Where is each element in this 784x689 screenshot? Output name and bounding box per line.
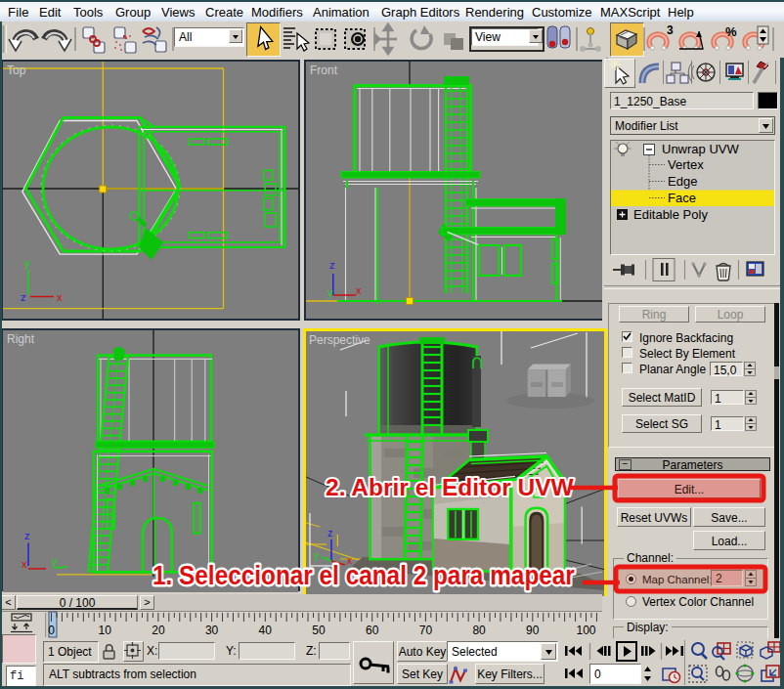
svg-text:Vertex: Vertex xyxy=(668,157,704,172)
svg-text:Editable Poly: Editable Poly xyxy=(633,207,708,222)
svg-text:z: z xyxy=(21,291,26,303)
svg-text:Unwrap UVW: Unwrap UVW xyxy=(662,142,739,156)
svg-text:x: x xyxy=(356,284,362,296)
svg-text:100: 100 xyxy=(576,624,595,637)
svg-text:60: 60 xyxy=(366,624,379,637)
svg-text:Top: Top xyxy=(7,64,26,77)
svg-text:3: 3 xyxy=(667,23,674,37)
svg-text:10: 10 xyxy=(99,624,112,637)
svg-text:Face: Face xyxy=(668,191,696,205)
svg-text:y: y xyxy=(314,550,319,561)
svg-text:%: % xyxy=(725,24,737,39)
svg-text:z: z xyxy=(329,259,335,271)
svg-text:70: 70 xyxy=(419,624,433,637)
svg-text:50: 50 xyxy=(312,624,326,637)
svg-text:x: x xyxy=(347,555,352,566)
svg-text:30: 30 xyxy=(205,624,219,637)
svg-text:Front: Front xyxy=(310,64,338,77)
svg-text:Right: Right xyxy=(7,332,35,346)
svg-text:40: 40 xyxy=(259,624,273,637)
svg-text:y: y xyxy=(327,286,333,298)
svg-text:80: 80 xyxy=(472,624,486,637)
svg-text:Perspective: Perspective xyxy=(309,333,370,347)
svg-text:x: x xyxy=(22,558,27,570)
svg-text:90: 90 xyxy=(526,624,540,637)
svg-text:x: x xyxy=(57,291,63,303)
svg-text:20: 20 xyxy=(152,624,165,637)
svg-text:y: y xyxy=(52,555,58,567)
svg-text:Edge: Edge xyxy=(668,174,697,189)
svg-text:y: y xyxy=(24,257,30,269)
svg-text:z: z xyxy=(24,530,30,541)
svg-text:0: 0 xyxy=(48,624,55,637)
svg-text:z: z xyxy=(327,527,333,538)
